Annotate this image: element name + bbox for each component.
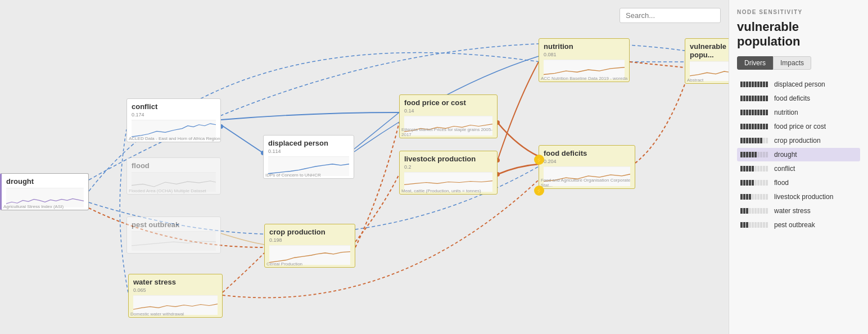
bar-icon-drought xyxy=(740,152,770,157)
bar-icon-food-price-cost xyxy=(740,124,770,129)
node-chart-label-water-stress: Domestic water withdrawal xyxy=(130,312,184,317)
node-conflict[interactable]: conflict 0.174 ACLED Data - East and Hor… xyxy=(126,98,221,142)
right-panel: NODE SENSITIVITY vulnerable population D… xyxy=(729,0,868,334)
node-title-food-deficits: food deficits xyxy=(544,149,630,157)
node-list-item-flood[interactable]: flood xyxy=(737,176,860,189)
node-chart-label-conflict: ACLED Data - East and Horn of Africa Reg… xyxy=(129,136,220,141)
node-water-stress[interactable]: water stress 0.065 Domestic water withdr… xyxy=(128,274,223,318)
node-livestock[interactable]: livestock production 0.2 Meat, cattle (P… xyxy=(399,151,498,195)
tab-impacts[interactable]: Impacts xyxy=(773,56,811,70)
bar-icon-pest-outbreak xyxy=(740,222,770,228)
node-list-label-drought: drought xyxy=(774,151,857,159)
node-chart-label-food-price: Ethiopia Market Prices for staple grains… xyxy=(401,127,497,137)
bar-icon-food-deficits xyxy=(740,96,770,101)
node-title-food-price: food price or cost xyxy=(404,98,492,107)
node-sensitivity-list: displaced personfood deficitsnutritionfo… xyxy=(737,78,860,232)
bar-icon-conflict xyxy=(740,166,770,171)
search-bar[interactable] xyxy=(620,8,721,23)
lightning-food-deficits: ⚡ xyxy=(534,155,544,165)
canvas-area: ⚡ ⚡ drought Agricultural Stress Index (A… xyxy=(0,0,729,334)
node-list-item-food-deficits[interactable]: food deficits xyxy=(737,92,860,105)
node-title-crop: crop production xyxy=(269,228,350,236)
node-list-item-livestock-production[interactable]: livestock production xyxy=(737,190,860,204)
node-drought[interactable]: drought Agricultural Stress Index (ASI) xyxy=(0,173,89,210)
node-list-label-nutrition: nutrition xyxy=(774,109,857,116)
node-chart-label-flood: Flooded Area (OCHA) Multiple Dataset xyxy=(129,188,206,193)
node-list-item-pest-outbreak[interactable]: pest outbreak xyxy=(737,218,860,232)
node-food-deficits[interactable]: food deficits 0.204 Food and Agriculture… xyxy=(539,145,635,189)
node-nutrition[interactable]: nutrition 0.081 ACC Nutrition Baseline D… xyxy=(539,38,630,82)
node-list-item-displaced-person[interactable]: displaced person xyxy=(737,78,860,91)
node-subtitle-water-stress: 0.065 xyxy=(133,287,218,293)
node-list-item-conflict[interactable]: conflict xyxy=(737,162,860,175)
node-chart-label-vulnerable: Abstract xyxy=(687,78,703,83)
node-list-item-food-price-cost[interactable]: food price or cost xyxy=(737,120,860,133)
bar-icon-displaced-person xyxy=(740,82,770,87)
bar-icon-nutrition xyxy=(740,110,770,115)
search-input[interactable] xyxy=(620,8,721,23)
node-list-label-food-price-cost: food price or cost xyxy=(774,123,857,130)
node-list-label-displaced-person: displaced person xyxy=(774,80,857,88)
bar-icon-crop-production xyxy=(740,138,770,143)
panel-section-label: NODE SENSITIVITY xyxy=(737,9,860,15)
node-chart-label-drought: Agricultural Stress Index (ASI) xyxy=(3,204,64,209)
node-list-item-drought[interactable]: drought xyxy=(737,148,860,161)
node-chart-label-displaced: IDPs of Concern to UNHCR xyxy=(265,173,321,178)
node-list-label-conflict: conflict xyxy=(774,165,857,173)
node-title-displaced: displaced person xyxy=(268,139,349,147)
node-list-label-pest-outbreak: pest outbreak xyxy=(774,221,857,229)
node-list-item-water-stress[interactable]: water stress xyxy=(737,204,860,218)
bar-icon-water-stress xyxy=(740,208,770,214)
node-subtitle-conflict: 0.174 xyxy=(132,112,216,118)
bar-icon-livestock-production xyxy=(740,194,770,200)
node-list-item-nutrition[interactable]: nutrition xyxy=(737,106,860,119)
node-list-item-crop-production[interactable]: crop production xyxy=(737,134,860,147)
node-title-drought: drought xyxy=(6,177,84,186)
node-list-label-livestock-production: livestock production xyxy=(774,193,857,201)
bar-icon-flood xyxy=(740,180,770,186)
node-chart-label-livestock: Meat, cattle (Production, units = tonnes… xyxy=(401,188,481,193)
node-title-nutrition: nutrition xyxy=(544,42,625,51)
node-pest-outbreak[interactable]: pest outbreak xyxy=(126,216,221,254)
node-title-livestock: livestock production xyxy=(404,155,492,163)
node-crop-production[interactable]: crop production 0.198 Cereal Production xyxy=(264,224,355,268)
node-chart-label-nutrition: ACC Nutrition Baseline Data 2019 - wored… xyxy=(541,76,627,81)
tab-drivers[interactable]: Drivers xyxy=(737,56,773,70)
node-list-label-crop-production: crop production xyxy=(774,137,857,145)
node-chart-label-food-deficits: Food and Agriculture Organisation Corpor… xyxy=(541,178,635,188)
panel-selected-node: vulnerable population xyxy=(737,20,860,49)
node-title-vulnerable: vulnerable popu... xyxy=(690,42,729,59)
node-food-price[interactable]: food price or cost 0.14 Ethiopia Market … xyxy=(399,94,498,138)
node-vulnerable-population[interactable]: vulnerable popu... Abstract xyxy=(685,38,729,84)
node-title-water-stress: water stress xyxy=(133,278,218,286)
node-flood[interactable]: flood Flooded Area (OCHA) Multiple Datas… xyxy=(126,157,221,195)
lightning-livestock: ⚡ xyxy=(534,186,544,196)
node-displaced-person[interactable]: displaced person 0.114 IDPs of Concern t… xyxy=(263,135,354,179)
node-title-flood: flood xyxy=(132,161,216,170)
panel-tabs: Drivers Impacts xyxy=(737,56,860,70)
node-title-conflict: conflict xyxy=(132,102,216,111)
node-list-label-flood: flood xyxy=(774,179,857,187)
node-chart-label-crop: Cereal Production xyxy=(266,261,302,267)
node-title-pest-outbreak: pest outbreak xyxy=(132,220,216,229)
node-list-label-water-stress: water stress xyxy=(774,207,857,215)
node-chart-pest xyxy=(132,231,216,251)
node-list-label-food-deficits: food deficits xyxy=(774,94,857,102)
